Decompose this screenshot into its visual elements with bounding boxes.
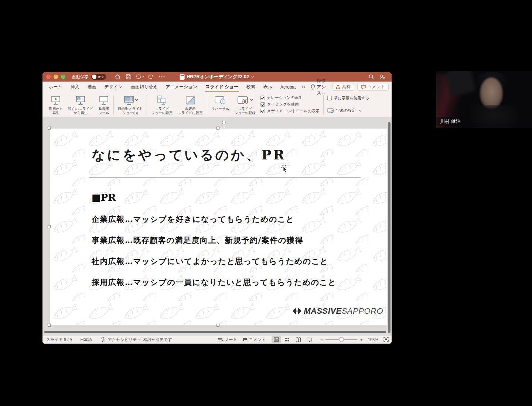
- checkbox-checked-icon: [260, 96, 265, 100]
- normal-view-button[interactable]: [272, 336, 281, 343]
- slide-body-line: 企業広報…マッシブを好きになってもらうためのこと: [92, 214, 294, 224]
- custom-show-button[interactable]: 目的別スライド ショー(C): [115, 93, 145, 116]
- record-show-button[interactable]: スライド ショーの記録: [232, 93, 258, 116]
- slide-sorter-view-button[interactable]: [283, 336, 292, 343]
- powerpoint-doc-icon: [180, 74, 184, 80]
- checkbox-checked-icon: [260, 109, 265, 113]
- tab-acrobat[interactable]: Acrobat: [276, 82, 300, 92]
- horizontal-scrollbar[interactable]: [44, 331, 386, 333]
- notes-button[interactable]: ノート: [218, 337, 237, 343]
- timing-label: タイミングを使用: [267, 102, 299, 107]
- action-assist[interactable]: 操作アシスト: [308, 82, 331, 92]
- reading-view-button[interactable]: [294, 336, 303, 343]
- logo-mark-icon: [293, 307, 301, 315]
- setup-show-label: スライド ショーの設定: [151, 107, 173, 115]
- custom-show-label: 目的別スライド ショー(C): [118, 107, 143, 115]
- media-controls-checkbox[interactable]: メディア コントロールの表示: [260, 109, 320, 114]
- tab-view[interactable]: 表示: [259, 82, 276, 92]
- selection-handle-bottom-middle[interactable]: [216, 324, 219, 327]
- save-icon[interactable]: [126, 74, 132, 80]
- play-from-current-button[interactable]: 現在のスライド から再生: [65, 93, 96, 116]
- slide[interactable]: なにをやっているのか、PR ■PR 企業広報…マッシブを好きになってもらうための…: [49, 128, 387, 325]
- toggle-knob-icon: [92, 75, 96, 79]
- setup-show-icon: [156, 94, 167, 107]
- zoom-percentage[interactable]: 108%: [368, 337, 378, 342]
- share-label: 共有: [342, 84, 351, 90]
- assist-label: 操作アシスト: [317, 78, 328, 96]
- rehearse-button[interactable]: リハーサル: [209, 93, 232, 116]
- accessibility-icon: [100, 337, 106, 342]
- zoom-out-button[interactable]: −: [320, 337, 323, 343]
- language-indicator[interactable]: 日本語: [80, 337, 92, 343]
- timing-checkbox[interactable]: タイミングを使用: [260, 102, 320, 107]
- rotation-handle[interactable]: [222, 121, 226, 124]
- more-options-icon[interactable]: [159, 74, 165, 80]
- fullscreen-button[interactable]: [61, 75, 65, 79]
- slide-heading: ■PR: [92, 192, 116, 203]
- slide-body-line: 事業広報…既存顧客の満足度向上、新規予約/案件の獲得: [92, 235, 303, 245]
- autosave-state: オフ: [98, 75, 104, 79]
- participant-video[interactable]: 川村 健治: [436, 71, 532, 128]
- always-subtitles-label: 常に字幕を使用する: [334, 96, 369, 101]
- hide-slide-button[interactable]: 非表示 スライドに設定: [175, 93, 205, 116]
- slide-canvas-area: なにをやっているのか、PR ■PR 企業広報…マッシブを好きになってもらうための…: [42, 117, 392, 335]
- tab-design[interactable]: デザイン: [100, 82, 127, 92]
- hide-slide-icon: [185, 94, 195, 107]
- tab-review[interactable]: 校閲: [242, 82, 259, 92]
- mouse-cursor-icon: [281, 165, 289, 175]
- close-button[interactable]: [46, 75, 51, 79]
- vertical-scrollbar[interactable]: [388, 122, 391, 333]
- autosave-label: 自動保存: [72, 74, 88, 80]
- comments-toggle-button[interactable]: コメント: [242, 337, 266, 343]
- undo-icon[interactable]: [137, 74, 143, 80]
- massive-sapporo-logo: MASSIVESAPPORO: [293, 306, 383, 316]
- statusbar: スライド 8 / 9 日本語 アクセシビリティ: 検討が必要です ノート コメン…: [42, 335, 392, 344]
- tab-insert[interactable]: 挿入: [66, 82, 83, 92]
- document-title-group[interactable]: HRPRオンボーディング22.02: [180, 72, 255, 82]
- zoom-meeting-stage: 自動保存 オフ HRPRオンボーディング22.02: [0, 0, 532, 406]
- tab-animations[interactable]: アニメーション: [161, 82, 201, 92]
- accessibility-status[interactable]: アクセシビリティ: 検討が必要です: [100, 337, 172, 343]
- presenter-tools-button[interactable]: 発表者 ツール: [96, 93, 112, 116]
- accessibility-label: アクセシビリティ: 検討が必要です: [108, 337, 172, 343]
- screen-play-icon: [50, 94, 61, 107]
- slideshow-view-button[interactable]: [305, 336, 314, 343]
- notes-label: ノート: [225, 337, 237, 343]
- selection-handle-top-middle[interactable]: [216, 127, 219, 130]
- tab-overflow-chevrons-icon[interactable]: [300, 82, 308, 92]
- selection-handle-middle-left[interactable]: [48, 225, 51, 228]
- media-controls-label: メディア コントロールの表示: [267, 109, 320, 114]
- fit-slide-button[interactable]: [383, 337, 389, 343]
- setup-show-button[interactable]: スライド ショーの設定: [149, 93, 175, 116]
- tab-slideshow[interactable]: スライド ショー: [201, 82, 242, 92]
- selection-handle-top-left[interactable]: [48, 127, 51, 130]
- zoom-in-button[interactable]: +: [360, 337, 363, 343]
- slide-counter[interactable]: スライド 8 / 9: [46, 337, 72, 343]
- always-subtitles-checkbox[interactable]: 常に字幕を使用する: [327, 96, 369, 101]
- tab-transitions[interactable]: 画面切り替え: [127, 82, 162, 92]
- comments-button[interactable]: コメント: [357, 83, 389, 91]
- zoom-slider[interactable]: [325, 339, 358, 340]
- redo-icon[interactable]: [148, 74, 154, 80]
- share-icon: [336, 85, 340, 89]
- subtitles-group: 常に字幕を使用する 字幕の設定: [325, 93, 371, 116]
- minimize-button[interactable]: [54, 75, 58, 79]
- presenter-tools-label: 発表者 ツール: [99, 107, 109, 115]
- comment-bubble-icon: [361, 85, 366, 89]
- comment-icon: [242, 337, 247, 342]
- share-button[interactable]: 共有: [332, 83, 354, 91]
- rehearse-timings-icon: [214, 94, 226, 107]
- narration-checkbox[interactable]: ナレーションの再生: [260, 95, 320, 100]
- selection-handle-bottom-left[interactable]: [48, 324, 51, 327]
- checkbox-checked-icon: [260, 102, 265, 107]
- tab-home[interactable]: ホーム: [45, 82, 66, 92]
- presenter-settings-icon[interactable]: [379, 74, 385, 80]
- zoom-slider-thumb[interactable]: [339, 337, 344, 342]
- play-from-start-button[interactable]: 最初から 再生: [46, 93, 65, 116]
- search-icon[interactable]: [368, 74, 374, 80]
- subtitle-settings-button[interactable]: 字幕の設定: [327, 108, 369, 113]
- home-icon[interactable]: [115, 74, 120, 80]
- autosave-toggle[interactable]: オフ: [91, 74, 106, 80]
- screen-slide-icon: [75, 94, 86, 107]
- tab-draw[interactable]: 描画: [83, 82, 100, 92]
